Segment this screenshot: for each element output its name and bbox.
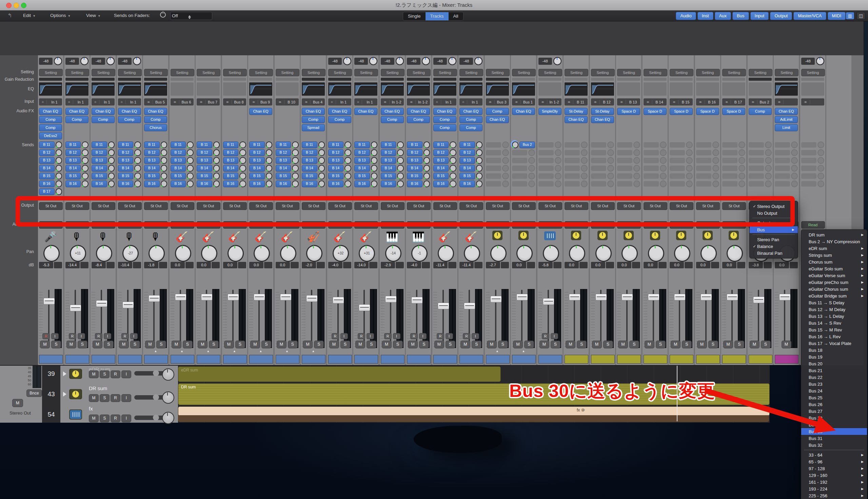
volume-db-value[interactable]: 0.0 xyxy=(223,262,237,268)
send-slot[interactable]: B 14 xyxy=(433,165,456,171)
send-bus-button[interactable]: B 14 xyxy=(354,165,370,172)
send-slot[interactable]: B 14 xyxy=(118,165,141,171)
mute-button[interactable]: M xyxy=(250,341,260,349)
eq-thumbnail[interactable] xyxy=(171,83,194,96)
volume-db-value[interactable]: -14.0 xyxy=(354,262,369,268)
setting-button[interactable]: Setting xyxy=(617,69,641,76)
menu-item[interactable]: Bus 25 xyxy=(801,394,867,401)
send-slot[interactable]: B 16 xyxy=(433,181,456,187)
pan-knob[interactable]: -1 xyxy=(411,245,427,262)
menu-item[interactable]: eGuitar Chorus sum▶ xyxy=(801,285,867,292)
record-enable-button[interactable]: R xyxy=(42,333,50,339)
track-name[interactable] xyxy=(302,355,325,364)
volume-db-value[interactable]: 0.0 xyxy=(171,262,185,268)
eq-thumbnail[interactable] xyxy=(276,83,299,96)
fx-plugin-button[interactable]: Comp xyxy=(91,116,115,123)
send-bus-button[interactable]: B 11 xyxy=(171,142,186,148)
send-slot-empty[interactable] xyxy=(644,181,667,187)
menu-item[interactable]: Stereo Pan xyxy=(750,236,798,243)
send-bus-button[interactable]: B 14 xyxy=(381,165,396,172)
input-monitor-button[interactable]: I xyxy=(472,333,479,339)
send-slot[interactable]: B 13 xyxy=(65,157,88,163)
send-bus-button[interactable]: B 12 xyxy=(276,149,291,156)
gain-knob-icon[interactable] xyxy=(343,57,351,65)
input-monitor-button[interactable]: I xyxy=(419,333,426,339)
send-slot-empty[interactable] xyxy=(591,173,614,179)
send-bus-button[interactable]: B 13 xyxy=(197,157,212,164)
send-knob-icon[interactable] xyxy=(450,157,456,164)
send-slot[interactable]: B 16 xyxy=(65,181,88,187)
send-bus-button[interactable]: B 16 xyxy=(91,181,107,187)
menu-item[interactable]: Bus 14 → S Rev xyxy=(801,319,867,326)
send-slot-empty[interactable] xyxy=(486,150,509,156)
volume-db-value[interactable]: 0.0 xyxy=(249,262,263,268)
send-slot[interactable]: B 15 xyxy=(276,173,299,179)
send-slot[interactable]: B 11 xyxy=(354,142,377,148)
input-gain-value[interactable]: -48 xyxy=(801,58,815,65)
filter-mastervca[interactable]: Master/VCA xyxy=(793,12,826,20)
pan-knob[interactable] xyxy=(149,245,165,262)
view-menu[interactable]: View▼ xyxy=(84,12,103,19)
fx-plugin-button[interactable]: Comp xyxy=(39,124,62,131)
setting-button[interactable]: Setting xyxy=(644,69,667,76)
input-slot[interactable]: ○○B 13 xyxy=(617,98,640,106)
track-pan-knob[interactable] xyxy=(162,391,174,404)
fader-cap[interactable] xyxy=(96,300,108,307)
fader-cap[interactable] xyxy=(227,294,239,301)
eq-thumbnail[interactable] xyxy=(302,83,325,96)
send-bus-button[interactable]: B 11 xyxy=(197,142,212,148)
send-slot-empty[interactable] xyxy=(801,173,824,179)
fx-plugin-button[interactable]: Chan EQ xyxy=(91,108,115,115)
send-slot-empty[interactable] xyxy=(512,165,535,171)
options-menu[interactable]: Options▼ xyxy=(48,12,73,19)
fader-cap[interactable] xyxy=(201,294,213,301)
send-bus-button[interactable]: B 12 xyxy=(249,149,265,156)
pan-knob[interactable] xyxy=(569,245,585,262)
send-slot[interactable]: B 13 xyxy=(407,157,430,163)
eq-thumbnail[interactable] xyxy=(644,83,667,96)
setting-button[interactable]: Setting xyxy=(512,69,536,76)
track-volume-slider[interactable] xyxy=(134,416,165,420)
mute-button[interactable]: M xyxy=(618,341,628,349)
eq-thumbnail[interactable] xyxy=(407,83,430,96)
mute-button[interactable]: M xyxy=(303,341,313,349)
input-slot[interactable]: ○○In 1-2 xyxy=(538,98,561,106)
send-bus-button[interactable]: B 16 xyxy=(302,181,317,187)
send-slot[interactable]: B 15 xyxy=(459,173,483,179)
send-knob-icon[interactable] xyxy=(213,157,220,164)
send-slot-empty[interactable] xyxy=(722,142,745,148)
track-name[interactable] xyxy=(617,355,641,364)
send-knob-icon[interactable] xyxy=(239,173,246,180)
input-monitor-button[interactable]: I xyxy=(393,333,400,339)
track-name[interactable] xyxy=(249,355,273,364)
send-knob-icon[interactable] xyxy=(292,149,298,156)
fader-cap[interactable] xyxy=(517,294,528,301)
send-knob-icon[interactable] xyxy=(476,165,483,172)
fx-plugin-button[interactable]: Limit xyxy=(775,124,798,131)
send-bus-button[interactable]: B 16 xyxy=(407,181,422,187)
track-name[interactable] xyxy=(696,355,720,364)
fx-plugin-button[interactable]: Chan EQ xyxy=(354,108,377,115)
menu-item[interactable]: DR sum▶ xyxy=(801,231,867,238)
send-slot[interactable]: B 11 xyxy=(459,142,483,148)
send-slot-empty[interactable] xyxy=(749,181,772,187)
eq-thumbnail[interactable] xyxy=(91,83,115,96)
send-slot[interactable]: B 11 xyxy=(433,142,456,148)
send-knob-icon[interactable] xyxy=(82,142,88,148)
send-knob-icon[interactable] xyxy=(476,142,483,148)
send-slot[interactable]: B 12 xyxy=(91,150,115,156)
send-knob-icon[interactable] xyxy=(318,142,325,148)
send-bus-button[interactable]: B 12 xyxy=(197,149,212,156)
input-slot[interactable]: ○○B 14 xyxy=(644,98,667,106)
mute-button[interactable]: M xyxy=(224,341,234,349)
send-bus-button[interactable]: B 15 xyxy=(381,173,396,180)
input-slot[interactable]: ○○ xyxy=(801,98,824,106)
send-knob-icon[interactable] xyxy=(450,149,456,156)
fx-plugin-button[interactable]: Chan EQ xyxy=(565,116,587,123)
pan-knob[interactable] xyxy=(464,245,480,262)
record-enable-button[interactable]: R xyxy=(542,333,549,339)
send-slot[interactable]: B 14 xyxy=(39,165,62,171)
input-slot[interactable]: ○○B 12 xyxy=(591,98,614,106)
volume-db-value[interactable]: 0.0 xyxy=(617,262,631,268)
volume-db-value[interactable]: 0.0 xyxy=(565,262,579,268)
